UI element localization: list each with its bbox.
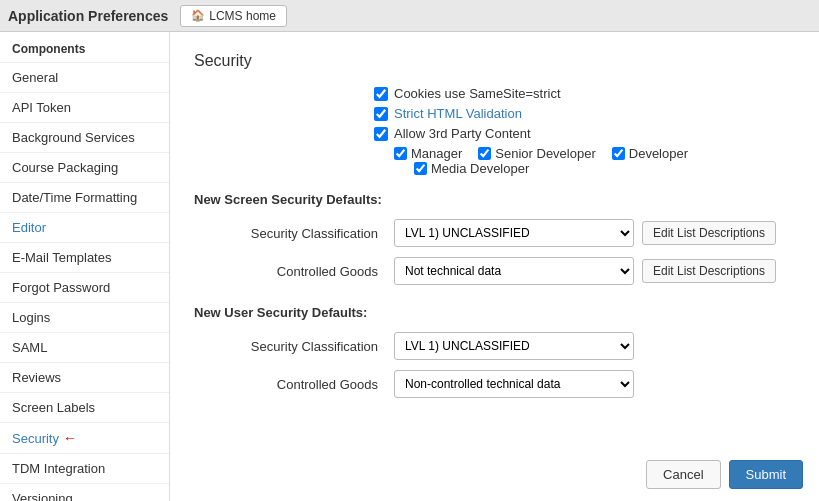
sidebar-item-forgot-password[interactable]: Forgot Password bbox=[0, 273, 169, 303]
home-icon: 🏠 bbox=[191, 9, 205, 22]
manager-label[interactable]: Manager bbox=[411, 146, 462, 161]
senior-developer-checkbox[interactable] bbox=[478, 147, 491, 160]
developer-label[interactable]: Developer bbox=[629, 146, 688, 161]
user-controlled-goods-controls: Not technical data Non-controlled techni… bbox=[394, 370, 634, 398]
media-dev-checkboxes: Media Developer bbox=[414, 161, 795, 176]
sidebar-item-editor[interactable]: Editor bbox=[0, 213, 169, 243]
screen-security-classification-row: Security Classification LVL 1) UNCLASSIF… bbox=[194, 219, 795, 247]
sidebar-item-label: Security bbox=[12, 431, 59, 446]
sidebar-item-course-packaging[interactable]: Course Packaging bbox=[0, 153, 169, 183]
roles-checkboxes: Manager Senior Developer Developer bbox=[394, 146, 795, 161]
footer-buttons: Cancel Submit bbox=[646, 460, 803, 489]
sidebar-item-reviews[interactable]: Reviews bbox=[0, 363, 169, 393]
allow-3rd-party-checkbox-row: Allow 3rd Party Content bbox=[374, 126, 795, 141]
sidebar-item-label: API Token bbox=[12, 100, 71, 115]
strict-html-checkbox-row: Strict HTML Validation bbox=[374, 106, 795, 121]
screen-controlled-goods-edit-button[interactable]: Edit List Descriptions bbox=[642, 259, 776, 283]
sidebar-item-email-templates[interactable]: E-Mail Templates bbox=[0, 243, 169, 273]
new-user-security-title: New User Security Defaults: bbox=[194, 305, 795, 320]
user-security-classification-row: Security Classification LVL 1) UNCLASSIF… bbox=[194, 332, 795, 360]
screen-controlled-goods-controls: Not technical data Non-controlled techni… bbox=[394, 257, 776, 285]
sidebar-item-label: Forgot Password bbox=[12, 280, 110, 295]
sidebar-item-tdm-integration[interactable]: TDM Integration bbox=[0, 454, 169, 484]
page-title: Security bbox=[194, 52, 795, 70]
sidebar-item-label: Date/Time Formatting bbox=[12, 190, 137, 205]
sidebar-item-label: General bbox=[12, 70, 58, 85]
sidebar-item-label: TDM Integration bbox=[12, 461, 105, 476]
senior-dev-checkbox-item: Senior Developer bbox=[478, 146, 595, 161]
sidebar-item-label: Reviews bbox=[12, 370, 61, 385]
active-arrow-icon: ← bbox=[63, 430, 77, 446]
allow-3rd-party-checkbox[interactable] bbox=[374, 127, 388, 141]
screen-security-classification-label: Security Classification bbox=[194, 226, 394, 241]
user-security-classification-controls: LVL 1) UNCLASSIFIED LVL 2) CLASSIFIED LV… bbox=[394, 332, 634, 360]
sidebar-item-label: Screen Labels bbox=[12, 400, 95, 415]
user-security-classification-label: Security Classification bbox=[194, 339, 394, 354]
strict-html-checkbox[interactable] bbox=[374, 107, 388, 121]
sidebar-item-datetime-formatting[interactable]: Date/Time Formatting bbox=[0, 183, 169, 213]
cookies-checkbox[interactable] bbox=[374, 87, 388, 101]
submit-button[interactable]: Submit bbox=[729, 460, 803, 489]
user-controlled-goods-select[interactable]: Not technical data Non-controlled techni… bbox=[394, 370, 634, 398]
sidebar-item-versioning[interactable]: Versioning bbox=[0, 484, 169, 501]
media-developer-checkbox[interactable] bbox=[414, 162, 427, 175]
manager-checkbox[interactable] bbox=[394, 147, 407, 160]
sidebar-item-security[interactable]: Security ← bbox=[0, 423, 169, 454]
app-title: Application Preferences bbox=[8, 8, 168, 24]
content-area: Security Cookies use SameSite=strict Str… bbox=[170, 32, 819, 501]
lcms-home-tab[interactable]: 🏠 LCMS home bbox=[180, 5, 287, 27]
sidebar-item-label: Versioning bbox=[12, 491, 73, 501]
sidebar-section-title: Components bbox=[0, 32, 169, 62]
home-tab-label: LCMS home bbox=[209, 9, 276, 23]
manager-checkbox-item: Manager bbox=[394, 146, 462, 161]
sidebar-item-api-token[interactable]: API Token bbox=[0, 93, 169, 123]
sidebar: Components General API Token Background … bbox=[0, 32, 170, 501]
cancel-button[interactable]: Cancel bbox=[646, 460, 720, 489]
sidebar-item-general[interactable]: General bbox=[0, 63, 169, 93]
user-controlled-goods-row: Controlled Goods Not technical data Non-… bbox=[194, 370, 795, 398]
sidebar-item-background-services[interactable]: Background Services bbox=[0, 123, 169, 153]
sidebar-item-logins[interactable]: Logins bbox=[0, 303, 169, 333]
cookies-checkbox-row: Cookies use SameSite=strict bbox=[374, 86, 795, 101]
sidebar-item-screen-labels[interactable]: Screen Labels bbox=[0, 393, 169, 423]
screen-controlled-goods-label: Controlled Goods bbox=[194, 264, 394, 279]
top-bar: Application Preferences 🏠 LCMS home bbox=[0, 0, 819, 32]
media-dev-checkbox-item: Media Developer bbox=[414, 161, 529, 176]
screen-security-edit-button[interactable]: Edit List Descriptions bbox=[642, 221, 776, 245]
cookies-label[interactable]: Cookies use SameSite=strict bbox=[394, 86, 561, 101]
sidebar-item-label: E-Mail Templates bbox=[12, 250, 111, 265]
new-user-security-section: New User Security Defaults: Security Cla… bbox=[194, 305, 795, 398]
main-container: Components General API Token Background … bbox=[0, 32, 819, 501]
sidebar-item-label: Logins bbox=[12, 310, 50, 325]
sidebar-item-label: Editor bbox=[12, 220, 46, 235]
allow-3rd-party-label[interactable]: Allow 3rd Party Content bbox=[394, 126, 531, 141]
media-developer-label[interactable]: Media Developer bbox=[431, 161, 529, 176]
screen-controlled-goods-select[interactable]: Not technical data Non-controlled techni… bbox=[394, 257, 634, 285]
senior-developer-label[interactable]: Senior Developer bbox=[495, 146, 595, 161]
sidebar-item-saml[interactable]: SAML bbox=[0, 333, 169, 363]
sidebar-item-label: SAML bbox=[12, 340, 47, 355]
user-controlled-goods-label: Controlled Goods bbox=[194, 377, 394, 392]
sidebar-item-label: Course Packaging bbox=[12, 160, 118, 175]
screen-security-classification-select[interactable]: LVL 1) UNCLASSIFIED LVL 2) CLASSIFIED LV… bbox=[394, 219, 634, 247]
screen-controlled-goods-row: Controlled Goods Not technical data Non-… bbox=[194, 257, 795, 285]
sidebar-item-label: Background Services bbox=[12, 130, 135, 145]
new-screen-security-section: New Screen Security Defaults: Security C… bbox=[194, 192, 795, 285]
top-checkboxes: Cookies use SameSite=strict Strict HTML … bbox=[374, 86, 795, 176]
user-security-classification-select[interactable]: LVL 1) UNCLASSIFIED LVL 2) CLASSIFIED LV… bbox=[394, 332, 634, 360]
developer-checkbox-item: Developer bbox=[612, 146, 688, 161]
screen-security-classification-controls: LVL 1) UNCLASSIFIED LVL 2) CLASSIFIED LV… bbox=[394, 219, 776, 247]
strict-html-label[interactable]: Strict HTML Validation bbox=[394, 106, 522, 121]
developer-checkbox[interactable] bbox=[612, 147, 625, 160]
new-screen-security-title: New Screen Security Defaults: bbox=[194, 192, 795, 207]
